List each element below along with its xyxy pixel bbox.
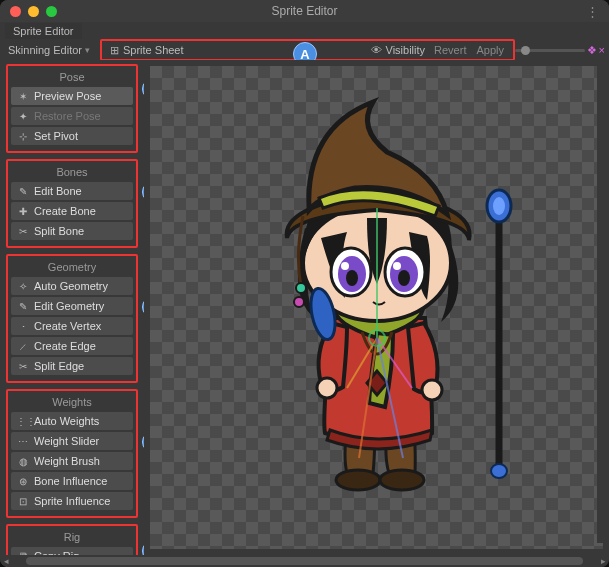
panel-title: Rig — [11, 531, 133, 543]
revert-button[interactable]: Revert — [429, 44, 471, 56]
scroll-right-icon[interactable]: ▸ — [597, 556, 609, 566]
panel-title: Bones — [11, 166, 133, 178]
sprite-sheet-label: Sprite Sheet — [123, 44, 184, 56]
content-area: Pose B ✶Preview Pose✦Restore Pose⊹Set Pi… — [0, 60, 609, 555]
weights-bone-influence-button[interactable]: ⊛Bone Influence — [11, 472, 133, 490]
visibility-button[interactable]: 👁 Visibility — [367, 43, 430, 57]
panel-bones: Bones C ✎Edit Bone✚Create Bone✂Split Bon… — [6, 159, 138, 248]
slider-thumb[interactable] — [521, 46, 530, 55]
close-panel-icon[interactable]: × — [599, 44, 605, 56]
panel-title: Weights — [11, 396, 133, 408]
panel-geometry: Geometry D ✧Auto Geometry✎Edit Geometry･… — [6, 254, 138, 383]
scroll-track[interactable] — [26, 557, 583, 565]
bones-edit-bone-button[interactable]: ✎Edit Bone — [11, 182, 133, 200]
svg-point-18 — [294, 297, 304, 307]
tool-label: Create Edge — [34, 340, 96, 352]
weights-weight-brush-button[interactable]: ◍Weight Brush — [11, 452, 133, 470]
tool-icon: ✎ — [16, 301, 30, 312]
grid-icon: ⊞ — [110, 44, 119, 57]
tool-label: Preview Pose — [34, 90, 101, 102]
visibility-label: Visibility — [386, 44, 426, 56]
scroll-thumb[interactable] — [26, 557, 583, 565]
panel-weights: Weights E ⋮⋮Auto Weights⋯Weight Slider◍W… — [6, 389, 138, 518]
zoom-slider[interactable] — [515, 49, 585, 52]
mode-bar: Skinning Editor ⊞ Sprite Sheet 👁 Visibil… — [0, 40, 609, 60]
sprite-character[interactable] — [227, 88, 527, 508]
editor-mode-dropdown[interactable]: Skinning Editor — [4, 42, 94, 58]
tool-icon: ⋮⋮ — [16, 416, 30, 427]
tool-label: Create Bone — [34, 205, 96, 217]
geometry-split-edge-button[interactable]: ✂Split Edge — [11, 357, 133, 375]
tool-label: Restore Pose — [34, 110, 101, 122]
tool-icon: ✧ — [16, 281, 30, 292]
bones-split-bone-button[interactable]: ✂Split Bone — [11, 222, 133, 240]
weights-sprite-influence-button[interactable]: ⊡Sprite Influence — [11, 492, 133, 510]
tool-label: Edit Bone — [34, 185, 82, 197]
tools-sidebar: Pose B ✶Preview Pose✦Restore Pose⊹Set Pi… — [0, 60, 144, 555]
vertical-scrollbar[interactable] — [597, 60, 609, 543]
tool-icon: ･ — [16, 321, 30, 332]
panel-title: Pose — [11, 71, 133, 83]
tab-bar: Sprite Editor — [0, 22, 609, 40]
svg-point-4 — [336, 470, 380, 490]
svg-point-15 — [341, 262, 349, 270]
tool-label: Set Pivot — [34, 130, 78, 142]
apply-button[interactable]: Apply — [471, 44, 509, 56]
pose-preview-pose-button[interactable]: ✶Preview Pose — [11, 87, 133, 105]
tool-label: Sprite Influence — [34, 495, 110, 507]
pose-set-pivot-button[interactable]: ⊹Set Pivot — [11, 127, 133, 145]
svg-point-13 — [346, 270, 358, 286]
geometry-create-edge-button[interactable]: ⟋Create Edge — [11, 337, 133, 355]
zoom-controls: ❖ × — [515, 40, 605, 60]
kebab-menu-icon[interactable]: ⋮ — [586, 4, 599, 19]
zoom-icon[interactable] — [46, 6, 57, 17]
eye-icon: 👁 — [371, 44, 382, 56]
weights-weight-slider-button[interactable]: ⋯Weight Slider — [11, 432, 133, 450]
scroll-left-icon[interactable]: ◂ — [0, 556, 12, 566]
sprite-sheet-button[interactable]: ⊞ Sprite Sheet — [106, 43, 188, 58]
tool-icon: ⟋ — [16, 341, 30, 352]
tool-icon: ⋯ — [16, 436, 30, 447]
svg-point-16 — [393, 262, 401, 270]
geometry-create-vertex-button[interactable]: ･Create Vertex — [11, 317, 133, 335]
svg-point-17 — [296, 283, 306, 293]
tool-icon: ✎ — [16, 186, 30, 197]
geometry-edit-geometry-button[interactable]: ✎Edit Geometry — [11, 297, 133, 315]
tool-label: Weight Brush — [34, 455, 100, 467]
tool-icon: ◍ — [16, 456, 30, 467]
svg-point-14 — [398, 270, 410, 286]
tool-label: Bone Influence — [34, 475, 107, 487]
panel-pose: Pose B ✶Preview Pose✦Restore Pose⊹Set Pi… — [6, 64, 138, 153]
titlebar: Sprite Editor ⋮ — [0, 0, 609, 22]
tool-icon: ⊛ — [16, 476, 30, 487]
tool-label: Edit Geometry — [34, 300, 104, 312]
gizmo-icon[interactable]: ❖ — [587, 44, 597, 57]
sprite-editor-window: Sprite Editor ⋮ Sprite Editor Skinning E… — [0, 0, 609, 567]
svg-point-6 — [317, 378, 337, 398]
bones-create-bone-button[interactable]: ✚Create Bone — [11, 202, 133, 220]
canvas-wrap — [144, 60, 609, 555]
tab-sprite-editor[interactable]: Sprite Editor — [5, 23, 82, 39]
tool-label: Create Vertex — [34, 320, 101, 332]
tool-label: Split Edge — [34, 360, 84, 372]
pose-restore-pose-button: ✦Restore Pose — [11, 107, 133, 125]
sprite-staff — [487, 190, 511, 478]
horizontal-scrollbar[interactable]: ◂ ▸ — [0, 555, 609, 567]
svg-point-7 — [422, 380, 442, 400]
viewport[interactable] — [150, 66, 603, 549]
panel-title: Geometry — [11, 261, 133, 273]
tool-icon: ✂ — [16, 226, 30, 237]
editor-mode-label: Skinning Editor — [8, 44, 82, 56]
tool-label: Split Bone — [34, 225, 84, 237]
close-icon[interactable] — [10, 6, 21, 17]
svg-point-5 — [380, 470, 424, 490]
geometry-auto-geometry-button[interactable]: ✧Auto Geometry — [11, 277, 133, 295]
weights-auto-weights-button[interactable]: ⋮⋮Auto Weights — [11, 412, 133, 430]
tool-icon: ✶ — [16, 91, 30, 102]
minimize-icon[interactable] — [28, 6, 39, 17]
tool-label: Weight Slider — [34, 435, 99, 447]
tool-icon: ⊹ — [16, 131, 30, 142]
tool-icon: ✦ — [16, 111, 30, 122]
tool-label: Auto Geometry — [34, 280, 108, 292]
tool-label: Auto Weights — [34, 415, 99, 427]
